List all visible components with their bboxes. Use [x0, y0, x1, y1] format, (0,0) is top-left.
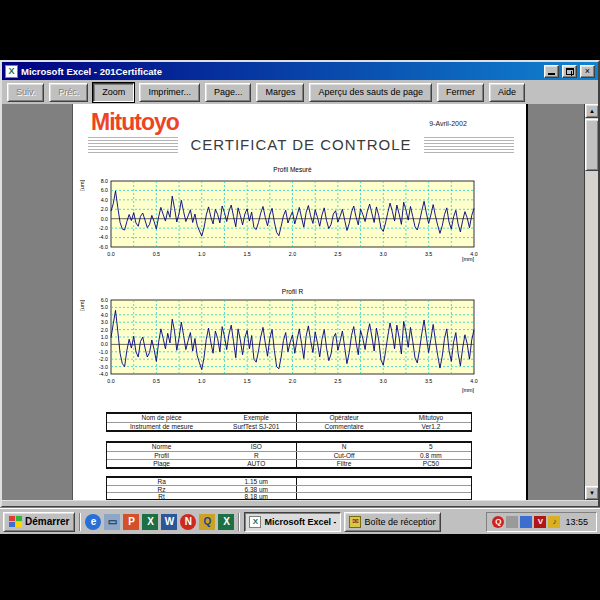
close-button[interactable]: × — [580, 65, 595, 78]
table-cell — [391, 493, 471, 499]
table-cell: ISO — [216, 443, 296, 451]
table-cell: Instrument de mesure — [107, 423, 216, 430]
svg-text:4.0: 4.0 — [101, 312, 108, 318]
table-cell: Cut-Off — [296, 452, 391, 459]
display-tray-icon[interactable] — [520, 516, 532, 528]
svg-text:3.0: 3.0 — [380, 378, 387, 384]
excel-window: X Microsoft Excel - 201Certificate × Sui… — [0, 60, 600, 508]
table-row: NormeISON5 — [107, 443, 471, 451]
table-cell: Filtre — [296, 460, 391, 467]
window-title: Microsoft Excel - 201Certificate — [21, 66, 541, 77]
document-title: CERTIFICAT DE CONTROLE — [178, 135, 423, 154]
page-setup-button[interactable]: Page... — [205, 83, 252, 102]
minimize-button[interactable] — [544, 65, 559, 78]
close-preview-button[interactable]: Fermer — [437, 83, 484, 102]
table-cell: Ver1.2 — [391, 423, 471, 430]
table-cell: Nom de pièce — [107, 414, 216, 422]
table-cell — [296, 486, 391, 492]
table-cell — [391, 486, 471, 492]
zoom-button[interactable]: Zoom — [93, 83, 134, 102]
svg-text:6.0: 6.0 — [101, 187, 108, 193]
excel-icon[interactable]: X — [142, 514, 158, 530]
svg-text:1.0: 1.0 — [101, 334, 108, 340]
netscape-icon[interactable]: N — [180, 514, 196, 530]
svg-text:3.5: 3.5 — [425, 378, 432, 384]
task-button-excel[interactable]: X Microsoft Excel - 201... — [244, 512, 341, 532]
start-button[interactable]: Démarrer — [3, 512, 75, 532]
svg-text:4.0: 4.0 — [470, 378, 477, 384]
task-label: Microsoft Excel - 201... — [264, 517, 336, 527]
scroll-down-icon[interactable]: ▼ — [585, 486, 598, 500]
excel-file-icon[interactable]: X — [218, 514, 234, 530]
search-icon[interactable]: Q — [199, 514, 215, 530]
title-band: CERTIFICAT DE CONTROLE — [88, 135, 514, 154]
chart1-title: Profil Mesuré — [111, 166, 474, 173]
table-section: Nom de pièceExempleOpérateurMitutoyoInst… — [106, 412, 472, 432]
table-row: Rt8.18 um — [107, 492, 471, 499]
svg-text:2.5: 2.5 — [334, 251, 341, 257]
excel-icon: X — [249, 516, 261, 528]
svg-text:1.5: 1.5 — [243, 378, 250, 384]
table-cell: Ra — [107, 478, 216, 485]
taskbar: Démarrer e▭PXWNQX X Microsoft Excel - 20… — [0, 508, 600, 534]
svg-text:0.0: 0.0 — [107, 378, 114, 384]
table-row: PlageAUTOFiltrePC50 — [107, 459, 471, 467]
taskbar-divider — [79, 513, 81, 531]
table-cell — [296, 493, 391, 499]
task-button-inbox[interactable]: ✉ Boîte de réception - Micro... — [344, 512, 441, 532]
svg-text:2.0: 2.0 — [101, 206, 108, 212]
print-preview-toolbar: Suiv. Préc. Zoom Imprimer... Page... Mar… — [2, 80, 598, 104]
volume-tray-icon[interactable]: ♪ — [548, 516, 560, 528]
svg-text:3.5: 3.5 — [425, 251, 432, 257]
svg-text:1.5: 1.5 — [243, 251, 250, 257]
table-cell: 6.38 um — [216, 486, 296, 492]
page-break-preview-button[interactable]: Aperçu des sauts de page — [309, 83, 432, 102]
svg-text:2.5: 2.5 — [334, 378, 341, 384]
chart2-title: Profil R — [111, 288, 474, 295]
scrollbar-thumb[interactable] — [585, 119, 598, 171]
svg-text:-4.0: -4.0 — [99, 371, 108, 377]
mitutoyo-logo: Mitutoyo — [91, 108, 179, 136]
svg-text:0.0: 0.0 — [101, 216, 108, 222]
chart2-x-unit-label: [mm] — [451, 387, 485, 393]
table-row: Instrument de mesureSurfTest SJ-201Comme… — [107, 422, 471, 430]
svg-text:0.5: 0.5 — [153, 378, 160, 384]
show-desktop-icon[interactable]: ▭ — [104, 514, 120, 530]
task-label: Boîte de réception - Micro... — [364, 517, 436, 527]
profile-chart-measured: 8.06.04.02.00.0-2.0-4.0-6.00.00.51.01.52… — [73, 178, 503, 260]
table-cell: 1.15 um — [216, 478, 296, 485]
taskbar-clock[interactable]: 13:55 — [562, 517, 591, 527]
help-button[interactable]: Aide — [489, 83, 525, 102]
svg-text:0.0: 0.0 — [101, 341, 108, 347]
antivirus-tray-icon[interactable]: V — [534, 516, 546, 528]
word-icon[interactable]: W — [161, 514, 177, 530]
svg-text:6.0: 6.0 — [101, 297, 108, 303]
table-cell: Commentaire — [296, 423, 391, 430]
table-cell: Rz — [107, 486, 216, 492]
svg-text:2.0: 2.0 — [101, 327, 108, 333]
table-cell: PC50 — [391, 460, 471, 467]
svg-text:-4.0: -4.0 — [99, 234, 108, 240]
table-cell: Opérateur — [296, 414, 391, 422]
table-cell: 8.18 um — [216, 493, 296, 499]
minimize-icon — [548, 73, 555, 75]
scroll-up-icon[interactable]: ▲ — [585, 104, 598, 118]
table-cell: R — [216, 452, 296, 459]
internet-explorer-icon[interactable]: e — [85, 514, 101, 530]
table-row: Rz6.38 um — [107, 485, 471, 492]
system-tray: QV♪ 13:55 — [486, 512, 597, 532]
svg-text:3.0: 3.0 — [101, 319, 108, 325]
restore-button[interactable] — [562, 65, 577, 78]
excel-icon: X — [5, 65, 18, 78]
table-cell: Rt — [107, 493, 216, 499]
margins-button[interactable]: Marges — [256, 83, 304, 102]
print-button[interactable]: Imprimer... — [139, 83, 200, 102]
svg-text:2.0: 2.0 — [289, 378, 296, 384]
magnifier-tray-icon[interactable]: Q — [492, 516, 504, 528]
vertical-scrollbar[interactable]: ▲ ▼ — [584, 104, 598, 500]
powerpoint-icon[interactable]: P — [123, 514, 139, 530]
scheduler-tray-icon[interactable] — [506, 516, 518, 528]
table-cell: 0.8 mm — [391, 452, 471, 459]
desktop-screen: X Microsoft Excel - 201Certificate × Sui… — [0, 60, 600, 534]
previous-page-button: Préc. — [49, 83, 88, 102]
